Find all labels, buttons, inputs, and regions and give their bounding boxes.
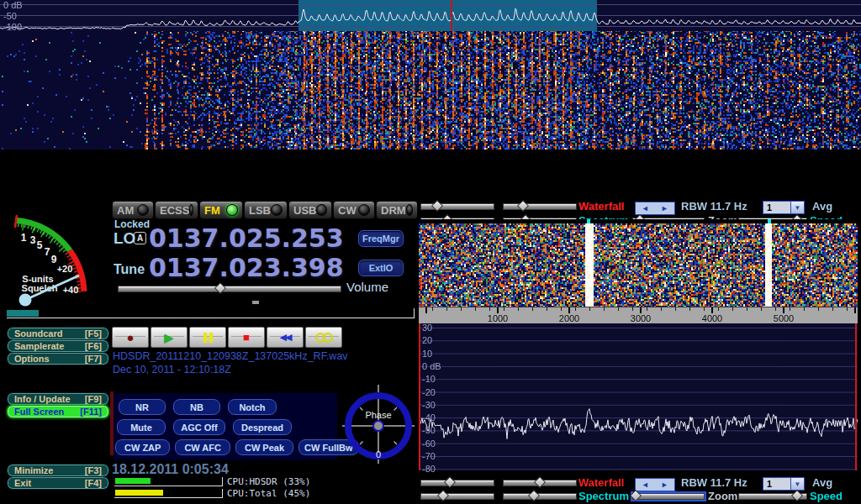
bottom-spectrum-range-slider[interactable] (503, 493, 577, 500)
avg-select[interactable]: 1 ▼ (763, 201, 805, 214)
bottom-speed-slider[interactable] (738, 493, 807, 500)
af-frequency-scale[interactable]: 1000 2000 3000 4000 5000 (419, 307, 858, 324)
cw-peak-button[interactable]: CW Peak (235, 439, 293, 455)
squelch-marker[interactable] (252, 301, 259, 304)
phase-center-dot (373, 421, 383, 431)
slider-thumb[interactable] (444, 476, 456, 488)
top-waterfall-brightness-slider[interactable] (420, 203, 494, 210)
freqmgr-button[interactable]: FreqMgr (358, 230, 404, 247)
nr-button[interactable]: NR (119, 399, 166, 415)
minimize-button[interactable]: Minimize [F3] (7, 464, 109, 477)
dsp-label: Despread (241, 423, 283, 433)
mode-led-icon (189, 204, 193, 216)
lo-frequency-value[interactable]: 0137.025.253 (149, 226, 344, 251)
mode-button-drm[interactable]: DRM (376, 201, 418, 219)
mode-button-fm[interactable]: FM (199, 201, 243, 219)
db-label: -100 (3, 22, 22, 32)
rf-spectrum[interactable] (0, 0, 861, 31)
band-scroll-control[interactable]: ◄ ► (635, 202, 675, 215)
slider-thumb[interactable] (437, 490, 449, 501)
mode-button-ecss[interactable]: ECSS (155, 201, 198, 219)
button-label: Info / Update (14, 394, 71, 404)
slider-thumb[interactable] (528, 490, 540, 501)
mode-led-icon (406, 204, 413, 216)
play-button[interactable]: ▶ (151, 327, 188, 348)
slider-thumb[interactable] (630, 490, 642, 501)
slider-thumb[interactable] (431, 200, 443, 212)
mode-button-lsb[interactable]: LSB (244, 201, 288, 219)
play-icon: ▶ (165, 332, 174, 344)
af-waterfall[interactable] (419, 223, 858, 307)
agc-off-button[interactable]: AGC Off (173, 419, 225, 435)
bottom-waterfall-brightness-slider[interactable] (420, 480, 494, 486)
mode-button-usb[interactable]: USB (288, 201, 332, 219)
lo-auto-button[interactable]: A (134, 232, 146, 244)
bottom-zoom-slider[interactable] (632, 493, 705, 500)
notch-button[interactable]: Notch (228, 399, 277, 415)
volume-slider[interactable] (118, 286, 341, 292)
samplerate-button[interactable]: Samplerate [F6] (7, 339, 109, 353)
cw-afc-button[interactable]: CW AFC (175, 439, 230, 455)
scroll-right-icon[interactable]: ► (661, 481, 668, 489)
bottom-spectrum-gain-slider[interactable] (420, 493, 494, 500)
af-spectrum[interactable] (419, 323, 858, 470)
dropdown-arrow-icon[interactable]: ▼ (790, 478, 804, 490)
af-spectrum-panel[interactable]: 30 20 10 0 dB -10 -20 -30 -40 -50 -60 -7… (419, 323, 858, 470)
options-button[interactable]: Options [F7] (7, 352, 109, 365)
despread-button[interactable]: Despread (233, 419, 292, 435)
button-key: [F4] (85, 478, 102, 488)
top-waterfall-contrast-slider[interactable] (503, 203, 577, 210)
recording-timestamp: Dec 10, 2011 - 12:10:18Z (113, 364, 231, 375)
dropdown-arrow-icon[interactable]: ▼ (790, 202, 804, 213)
db-label: -50 (422, 425, 436, 435)
scroll-right-icon[interactable]: ► (661, 205, 668, 213)
volume-slider-thumb[interactable] (214, 282, 226, 294)
passband-edge-left[interactable] (419, 323, 420, 470)
bottom-waterfall-contrast-slider[interactable] (503, 480, 577, 486)
rf-spectrum-panel[interactable]: 0 dB -50 -100 (0, 0, 861, 31)
pause-button[interactable] (189, 327, 226, 348)
slider-thumb[interactable] (791, 490, 803, 501)
info-update-button[interactable]: Info / Update [F9] (7, 392, 109, 406)
squelch-bar[interactable] (7, 308, 415, 318)
exit-button[interactable]: Exit [F4] (7, 476, 109, 490)
dsp-row-1: NR NB Notch (119, 399, 277, 415)
slider-thumb[interactable] (534, 476, 546, 488)
loop-icon (315, 333, 333, 343)
tune-cursor[interactable] (451, 0, 452, 31)
mode-label: LSB (249, 204, 271, 217)
scroll-left-icon[interactable]: ◄ (642, 205, 649, 213)
phase-value: 0 (376, 449, 381, 459)
button-key: [F3] (85, 465, 102, 475)
s-meter-label: +20 (57, 264, 73, 274)
dsp-row-2: Mute AGC Off Despread (117, 419, 292, 435)
loop-button[interactable] (305, 327, 342, 348)
nb-button[interactable]: NB (173, 399, 220, 415)
scroll-left-icon[interactable]: ◄ (642, 481, 649, 489)
tune-frequency-value[interactable]: 0137.023.398 (149, 255, 344, 281)
avg-select[interactable]: 1 ▼ (763, 477, 805, 491)
mode-label: FM (204, 204, 220, 217)
mode-label: DRM (381, 204, 406, 217)
stop-button[interactable]: ■ (228, 327, 265, 348)
cw-zap-button[interactable]: CW ZAP (115, 439, 170, 455)
passband-edge-right[interactable] (855, 323, 857, 470)
band-scroll-control[interactable]: ◄ ► (635, 478, 675, 491)
record-button[interactable]: ● (112, 327, 149, 348)
db-label: -50 (3, 11, 17, 21)
mute-button[interactable]: Mute (117, 419, 166, 435)
mode-button-am[interactable]: AM (112, 201, 154, 219)
mode-label: AM (117, 204, 134, 217)
slider-thumb[interactable] (517, 200, 529, 212)
rewind-button[interactable]: ◀◀ (267, 327, 304, 348)
db-label: -80 (422, 464, 436, 474)
soundcard-button[interactable]: Soundcard [F5] (7, 327, 109, 340)
mode-button-cw[interactable]: CW (333, 201, 375, 219)
avg-label: Avg (812, 476, 832, 489)
db-label: -60 (422, 438, 436, 449)
extio-button[interactable]: ExtIO (358, 260, 404, 276)
fullscreen-button[interactable]: Full Screen [F11] (7, 405, 109, 418)
s-meter-label: 7 (45, 246, 50, 258)
db-label: 0 dB (3, 0, 23, 10)
button-key: [F6] (85, 341, 102, 351)
